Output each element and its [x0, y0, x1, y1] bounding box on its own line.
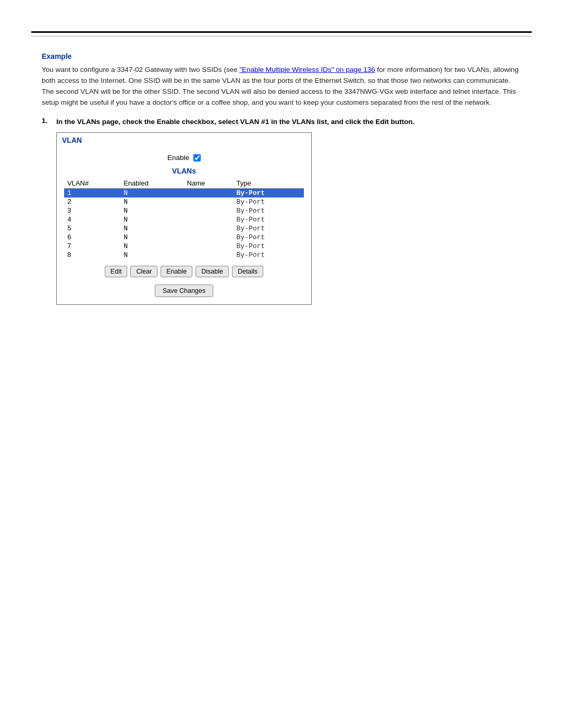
col-header-type: Type [234, 178, 304, 189]
cell-vlan-number: 5 [64, 224, 120, 233]
table-row[interactable]: 1NBy-Port [64, 189, 304, 198]
instruction-list: 1. In the VLANs page, check the Enable c… [42, 117, 521, 127]
col-header-enabled: Enabled [120, 178, 183, 189]
cell-name [184, 189, 234, 198]
example-heading: Example [42, 52, 521, 60]
header-row: VLAN# Enabled Name Type [64, 178, 304, 189]
table-row[interactable]: 8NBy-Port [64, 251, 304, 260]
button-row: Edit Clear Enable Disable Details [64, 266, 304, 277]
table-row[interactable]: 2NBy-Port [64, 198, 304, 206]
cell-type: By-Port [234, 251, 304, 260]
cell-type: By-Port [234, 206, 304, 215]
cell-vlan-number: 1 [64, 189, 120, 198]
save-row: Save Changes [64, 285, 304, 297]
cell-type: By-Port [234, 215, 304, 224]
col-header-name: Name [184, 178, 234, 189]
cell-name [184, 215, 234, 224]
content-area: Example You want to configure a 3347-02 … [0, 36, 563, 347]
enable-button[interactable]: Enable [161, 266, 192, 277]
col-header-vlan: VLAN# [64, 178, 120, 189]
instruction-text: In the VLANs page, check the Enable chec… [56, 117, 414, 127]
table-row[interactable]: 7NBy-Port [64, 242, 304, 251]
cell-enabled: N [120, 233, 183, 242]
enable-row: Enable [64, 154, 304, 162]
cell-name [184, 224, 234, 233]
vlan-title-bar: VLAN [57, 133, 311, 146]
cell-type: By-Port [234, 233, 304, 242]
vlan-table-body: 1NBy-Port2NBy-Port3NBy-Port4NBy-Port5NBy… [64, 189, 304, 260]
table-row[interactable]: 6NBy-Port [64, 233, 304, 242]
cell-enabled: N [120, 189, 183, 198]
vlans-subtitle: VLANs [64, 167, 304, 175]
cell-enabled: N [120, 224, 183, 233]
top-rule [31, 31, 532, 33]
cell-vlan-number: 2 [64, 198, 120, 206]
vlan-title-text: VLAN [62, 136, 82, 144]
cell-type: By-Port [234, 242, 304, 251]
vlan-table-header: VLAN# Enabled Name Type [64, 178, 304, 189]
cell-enabled: N [120, 242, 183, 251]
table-row[interactable]: 5NBy-Port [64, 224, 304, 233]
cell-type: By-Port [234, 224, 304, 233]
cell-name [184, 198, 234, 206]
cell-vlan-number: 4 [64, 215, 120, 224]
enable-checkbox[interactable] [193, 154, 201, 162]
cell-name [184, 242, 234, 251]
cell-name [184, 206, 234, 215]
cell-enabled: N [120, 206, 183, 215]
clear-button[interactable]: Clear [130, 266, 157, 277]
cell-vlan-number: 3 [64, 206, 120, 215]
cell-vlan-number: 6 [64, 233, 120, 242]
enable-label: Enable [167, 154, 189, 162]
cell-enabled: N [120, 198, 183, 206]
instruction-number: 1. [42, 117, 51, 127]
vlan-table: VLAN# Enabled Name Type 1NBy-Port2NBy-Po… [64, 178, 304, 260]
cell-enabled: N [120, 251, 183, 260]
save-changes-button[interactable]: Save Changes [155, 285, 213, 297]
table-row[interactable]: 4NBy-Port [64, 215, 304, 224]
vlan-panel: VLAN Enable VLANs VLAN# Enabled Name Typ… [56, 132, 312, 305]
instruction-item-1: 1. In the VLANs page, check the Enable c… [42, 117, 521, 127]
cell-vlan-number: 7 [64, 242, 120, 251]
details-button[interactable]: Details [232, 266, 263, 277]
disable-button[interactable]: Disable [195, 266, 229, 277]
enable-multiple-wireless-link[interactable]: "Enable Multiple Wireless IDs" on page 1… [239, 66, 375, 73]
cell-name [184, 251, 234, 260]
body-text: You want to configure a 3347-02 Gateway … [42, 65, 521, 108]
cell-type: By-Port [234, 189, 304, 198]
cell-enabled: N [120, 215, 183, 224]
vlan-body: Enable VLANs VLAN# Enabled Name Type [57, 146, 311, 304]
body-text-part1: You want to configure a 3347-02 Gateway … [42, 66, 239, 73]
table-row[interactable]: 3NBy-Port [64, 206, 304, 215]
edit-button[interactable]: Edit [105, 266, 128, 277]
cell-vlan-number: 8 [64, 251, 120, 260]
cell-type: By-Port [234, 198, 304, 206]
cell-name [184, 233, 234, 242]
page-container: Example You want to configure a 3347-02 … [0, 31, 563, 728]
